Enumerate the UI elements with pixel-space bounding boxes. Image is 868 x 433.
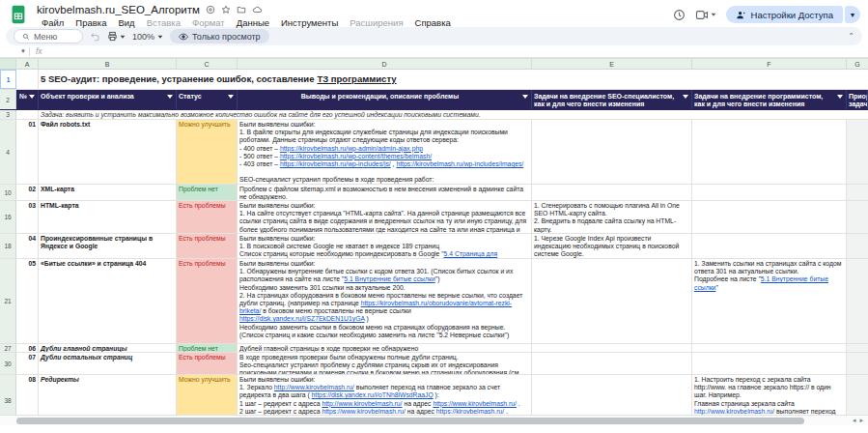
row-header[interactable]: 4 xyxy=(0,120,16,184)
item-name-cell[interactable]: Дубли главной страницы xyxy=(39,344,177,352)
status-cell[interactable]: Проблем нет xyxy=(177,185,238,200)
row-header[interactable]: 18 xyxy=(0,234,16,258)
conclusions-cell[interactable]: Были выявлены ошибки:1. В файле открыты … xyxy=(238,120,532,184)
dev-task-cell[interactable] xyxy=(692,344,847,352)
item-number-cell[interactable]: 03 xyxy=(16,201,39,233)
priority-cell[interactable] xyxy=(847,201,868,233)
item-name-cell[interactable]: HTML-карта xyxy=(39,201,177,233)
item-number-cell[interactable]: 02 xyxy=(16,185,39,200)
doc-title[interactable]: kirovbelmash.ru_SEO_Алгоритм xyxy=(37,4,200,15)
cell-link[interactable]: https://www.kirovbelmash.ru/ xyxy=(322,408,406,415)
item-number-cell[interactable]: 06 xyxy=(16,344,39,352)
conclusions-cell[interactable]: Были выявлены ошибки:1. Обнаружены внутр… xyxy=(238,259,532,343)
menu-view[interactable]: Вид xyxy=(113,17,139,29)
status-cell[interactable]: Проблем нет xyxy=(177,344,238,352)
item-number-cell[interactable]: 01 xyxy=(16,120,39,184)
item-number-cell[interactable]: 07 xyxy=(16,353,39,374)
print-icon[interactable] xyxy=(107,31,126,42)
row-header[interactable]: 21 xyxy=(0,259,16,343)
cell-link[interactable]: https://www.kirovbelmash.ru/ xyxy=(433,400,517,407)
seo-task-cell[interactable] xyxy=(532,120,692,184)
cloud-status-icon[interactable] xyxy=(252,5,263,14)
seo-task-cell[interactable]: 1. Сгенерировать с помощью плагина All i… xyxy=(532,201,692,233)
item-name-cell[interactable]: «Битые ссылки» и страница 404 xyxy=(39,259,177,343)
col-E[interactable]: E xyxy=(532,59,692,69)
version-history-icon[interactable] xyxy=(673,9,686,21)
dev-task-cell[interactable]: 1. Заменить ссылки на страницах сайта с … xyxy=(692,259,847,343)
conclusions-cell[interactable]: Дублей главной страницы в ходе проверки … xyxy=(238,344,532,352)
share-button[interactable]: Настройки Доступа xyxy=(726,6,843,23)
seo-task-cell[interactable] xyxy=(532,344,692,352)
cell-link[interactable]: https://disk.yandex.ru/i/oTNh8iWsdRaaJQ xyxy=(312,391,434,398)
cell-A1[interactable] xyxy=(16,70,39,89)
cell-link[interactable]: https://kirovbelmash.ru/ xyxy=(436,408,504,415)
select-all-corner[interactable] xyxy=(0,59,16,69)
task-note[interactable]: Задача: выявить и устранить максимально … xyxy=(39,110,868,119)
cell-link[interactable]: https://kirovbelmash.ru/wp-includes/imag… xyxy=(396,160,523,167)
priority-cell[interactable] xyxy=(847,353,868,374)
header-dev-tasks[interactable]: Задачи на внедрение программистом, как и… xyxy=(692,90,847,109)
col-A[interactable]: A xyxy=(16,59,39,69)
item-name-cell[interactable]: XML-карта xyxy=(39,185,177,200)
star-icon[interactable] xyxy=(221,5,231,14)
status-cell[interactable]: Можно улучшить xyxy=(177,120,238,184)
item-name-cell[interactable]: Файл robots.txt xyxy=(39,120,177,184)
filter-icon[interactable] xyxy=(683,95,688,99)
col-D[interactable]: D xyxy=(238,59,532,69)
cell-link[interactable]: https://kirovbelmash.ru/wp-admin/admin-a… xyxy=(280,145,423,152)
header-object[interactable]: Объект проверки и анализа xyxy=(39,90,177,109)
filter-icon[interactable] xyxy=(522,95,528,99)
seo-task-cell[interactable] xyxy=(532,259,692,343)
item-name-cell[interactable]: Проиндексированные страницы в Яндексе и … xyxy=(39,234,177,258)
meet-icon[interactable] xyxy=(695,10,716,20)
header-status[interactable]: Статус xyxy=(177,90,238,109)
cell-link[interactable]: http://www.kirovbelmash.ru/ xyxy=(322,400,402,407)
priority-cell[interactable] xyxy=(847,259,868,343)
share-dropdown[interactable]: ▼ xyxy=(845,6,860,23)
dev-task-cell[interactable] xyxy=(692,185,847,200)
dev-task-cell[interactable] xyxy=(692,234,847,258)
priority-cell[interactable] xyxy=(847,185,868,200)
collapse-toolbar-icon[interactable]: ⌃ xyxy=(848,32,854,41)
col-G[interactable]: G xyxy=(847,59,868,69)
seo-task-cell[interactable] xyxy=(532,353,692,374)
status-cell[interactable]: Есть проблемы xyxy=(177,201,238,233)
cell-link[interactable]: https://kirovbelmash.ru/wp-content/theme… xyxy=(280,153,432,159)
col-B[interactable]: B xyxy=(39,59,177,69)
conclusions-cell[interactable]: В ходе проведения проверки были обнаруже… xyxy=(238,353,532,374)
menu-file[interactable]: Файл xyxy=(37,17,69,29)
row-header-3[interactable]: 3 xyxy=(0,110,16,119)
header-seo-tasks[interactable]: Задачи на внедрение SEO-специалистом, ка… xyxy=(532,90,692,109)
row-header-2[interactable]: 2 xyxy=(0,90,16,109)
dev-task-cell[interactable] xyxy=(692,201,847,233)
filter-icon[interactable] xyxy=(228,95,234,99)
cell-link[interactable]: https://disk.yandex.ru/i/SZ7EkDEN1U1yGA xyxy=(239,315,365,322)
priority-cell[interactable] xyxy=(847,120,868,184)
horizontal-scrollbar[interactable]: ◂ ▸ xyxy=(0,415,868,425)
sheet-title-cell[interactable]: 5 SEO-аудит: проведение, устранение ошиб… xyxy=(39,70,868,89)
col-C[interactable]: C xyxy=(177,59,238,69)
status-cell[interactable]: Есть проблемы xyxy=(177,353,238,374)
seo-task-cell[interactable] xyxy=(532,185,692,200)
row-header[interactable]: 10 xyxy=(0,185,16,200)
cell-A3[interactable] xyxy=(16,110,39,119)
scrollbar-thumb[interactable] xyxy=(16,418,804,424)
header-priority[interactable]: Приоритет задачи xyxy=(847,90,868,109)
cell-link[interactable]: http://www.kirovbelmash.ru/ xyxy=(274,384,354,390)
item-number-cell[interactable]: 05 xyxy=(16,259,39,343)
menu-tools[interactable]: Инструменты xyxy=(276,17,343,29)
menu-data[interactable]: Данные xyxy=(232,17,274,29)
row-header-1[interactable]: 1 xyxy=(0,70,16,89)
conclusions-cell[interactable]: Были выявлены ошибки:1. В поисковой сист… xyxy=(238,234,532,258)
scroll-left-icon[interactable]: ◂ xyxy=(853,417,856,424)
cell-link[interactable]: http://www.kirovbelmash.ru/ xyxy=(694,408,774,415)
priority-cell[interactable] xyxy=(847,234,868,258)
header-conclusions[interactable]: Выводы и рекомендации, описание проблемы xyxy=(238,90,532,109)
seo-task-cell[interactable]: 1. Черезе Google Index Api произвести ин… xyxy=(532,234,692,258)
priority-cell[interactable] xyxy=(847,344,868,352)
filter-icon[interactable] xyxy=(167,95,173,99)
row-header[interactable]: 16 xyxy=(0,201,16,233)
scroll-right-icon[interactable]: ▸ xyxy=(859,417,863,424)
dev-task-cell[interactable] xyxy=(692,353,847,374)
item-number-cell[interactable]: 04 xyxy=(16,234,39,258)
